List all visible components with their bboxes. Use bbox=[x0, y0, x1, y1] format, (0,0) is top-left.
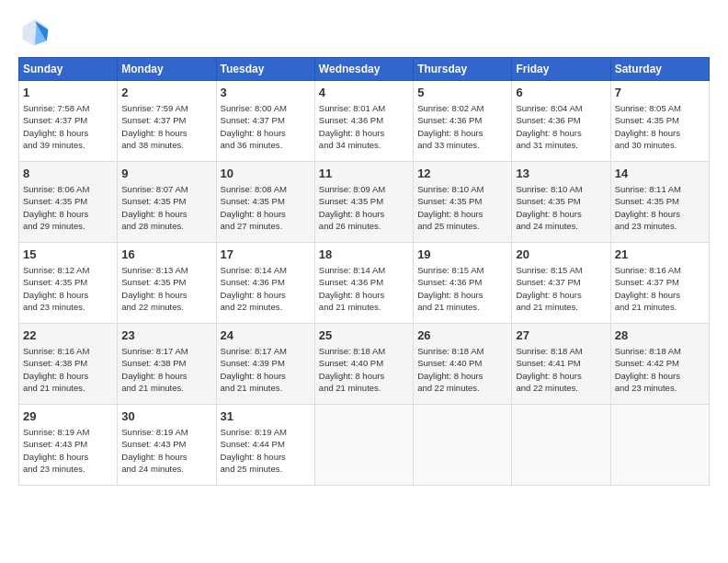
day-info-line: Daylight: 8 hours bbox=[221, 289, 311, 301]
week-row-5: 29Sunrise: 8:19 AMSunset: 4:43 PMDayligh… bbox=[19, 405, 710, 486]
day-cell: 16Sunrise: 8:13 AMSunset: 4:35 PMDayligh… bbox=[118, 243, 216, 324]
day-cell: 6Sunrise: 8:04 AMSunset: 4:36 PMDaylight… bbox=[512, 81, 610, 162]
day-number: 21 bbox=[615, 247, 705, 263]
day-info-line: Sunrise: 8:14 AM bbox=[221, 264, 311, 276]
day-info-line: Daylight: 8 hours bbox=[417, 127, 507, 139]
day-number: 29 bbox=[23, 408, 113, 425]
day-info-line: and 21 minutes. bbox=[516, 301, 606, 313]
day-info-line: and 22 minutes. bbox=[221, 301, 311, 313]
day-info-line: Sunset: 4:42 PM bbox=[615, 357, 705, 369]
day-number: 25 bbox=[319, 327, 409, 344]
day-cell: 17Sunrise: 8:14 AMSunset: 4:36 PMDayligh… bbox=[216, 243, 314, 324]
day-info-line: Sunrise: 8:15 AM bbox=[417, 264, 507, 276]
day-info-line: Sunset: 4:35 PM bbox=[121, 195, 211, 207]
day-number: 16 bbox=[121, 247, 211, 263]
day-info-line: Sunset: 4:39 PM bbox=[221, 357, 311, 369]
day-info-line: Daylight: 8 hours bbox=[23, 451, 113, 463]
day-info-line: Sunset: 4:35 PM bbox=[615, 114, 705, 126]
day-info-line: Sunrise: 8:17 AM bbox=[221, 345, 311, 357]
day-cell: 1Sunrise: 7:58 AMSunset: 4:37 PMDaylight… bbox=[19, 81, 118, 162]
day-info-line: and 33 minutes. bbox=[417, 139, 507, 151]
day-number: 2 bbox=[121, 85, 211, 101]
header-row: SundayMondayTuesdayWednesdayThursdayFrid… bbox=[19, 58, 710, 81]
day-info-line: Sunrise: 7:59 AM bbox=[121, 102, 211, 114]
day-info-line: Sunset: 4:41 PM bbox=[516, 357, 606, 369]
day-info-line: and 21 minutes. bbox=[417, 301, 507, 313]
day-info-line: Sunrise: 8:18 AM bbox=[417, 345, 507, 357]
day-info-line: Daylight: 8 hours bbox=[319, 127, 409, 139]
day-number: 6 bbox=[516, 85, 606, 101]
day-info-line: Daylight: 8 hours bbox=[516, 370, 606, 382]
day-info-line: Daylight: 8 hours bbox=[121, 451, 211, 463]
day-info-line: Sunset: 4:37 PM bbox=[221, 114, 311, 126]
day-number: 26 bbox=[417, 327, 507, 344]
day-info-line: Sunrise: 8:07 AM bbox=[121, 183, 211, 195]
day-info-line: Sunrise: 8:17 AM bbox=[121, 345, 211, 357]
day-info-line: Sunset: 4:43 PM bbox=[121, 438, 211, 450]
day-number: 9 bbox=[121, 166, 211, 182]
day-cell: 5Sunrise: 8:02 AMSunset: 4:36 PMDaylight… bbox=[414, 81, 512, 162]
day-number: 4 bbox=[319, 85, 409, 101]
day-info-line: Sunset: 4:35 PM bbox=[417, 195, 507, 207]
header-cell-sunday: Sunday bbox=[19, 58, 118, 81]
day-info-line: Sunset: 4:38 PM bbox=[121, 357, 211, 369]
day-info-line: Sunset: 4:40 PM bbox=[319, 357, 409, 369]
header-cell-monday: Monday bbox=[118, 58, 216, 81]
day-info-line: and 25 minutes. bbox=[221, 463, 311, 475]
day-info-line: and 39 minutes. bbox=[23, 139, 113, 151]
day-number: 30 bbox=[121, 408, 211, 425]
day-number: 17 bbox=[221, 247, 311, 263]
day-info-line: Sunrise: 8:19 AM bbox=[23, 426, 113, 438]
day-cell: 27Sunrise: 8:18 AMSunset: 4:41 PMDayligh… bbox=[512, 324, 610, 405]
day-number: 12 bbox=[417, 166, 507, 182]
day-cell: 15Sunrise: 8:12 AMSunset: 4:35 PMDayligh… bbox=[19, 243, 118, 324]
day-info-line: and 34 minutes. bbox=[319, 139, 409, 151]
day-info-line: and 38 minutes. bbox=[121, 139, 211, 151]
day-info-line: Sunrise: 8:18 AM bbox=[319, 345, 409, 357]
day-info-line: Daylight: 8 hours bbox=[221, 208, 311, 220]
day-number: 18 bbox=[319, 247, 409, 263]
day-info-line: Sunset: 4:36 PM bbox=[319, 114, 409, 126]
day-info-line: and 21 minutes. bbox=[615, 301, 705, 313]
day-info-line: Sunset: 4:37 PM bbox=[121, 114, 211, 126]
day-number: 23 bbox=[121, 327, 211, 344]
day-info-line: and 28 minutes. bbox=[121, 220, 211, 232]
day-cell: 29Sunrise: 8:19 AMSunset: 4:43 PMDayligh… bbox=[19, 405, 118, 486]
day-cell: 7Sunrise: 8:05 AMSunset: 4:35 PMDaylight… bbox=[610, 81, 709, 162]
day-info-line: and 22 minutes. bbox=[121, 301, 211, 313]
day-info-line: Sunset: 4:37 PM bbox=[615, 276, 705, 288]
day-cell: 23Sunrise: 8:17 AMSunset: 4:38 PMDayligh… bbox=[118, 324, 216, 405]
day-info-line: Sunrise: 8:10 AM bbox=[417, 183, 507, 195]
day-info-line: and 21 minutes. bbox=[319, 382, 409, 394]
day-info-line: Sunset: 4:37 PM bbox=[516, 276, 606, 288]
day-info-line: Sunset: 4:38 PM bbox=[23, 357, 113, 369]
week-row-2: 8Sunrise: 8:06 AMSunset: 4:35 PMDaylight… bbox=[19, 162, 710, 243]
day-info-line: and 24 minutes. bbox=[121, 463, 211, 475]
day-cell: 22Sunrise: 8:16 AMSunset: 4:38 PMDayligh… bbox=[19, 324, 118, 405]
day-number: 22 bbox=[23, 327, 113, 344]
day-info-line: Daylight: 8 hours bbox=[121, 289, 211, 301]
day-info-line: Sunset: 4:36 PM bbox=[319, 276, 409, 288]
day-cell bbox=[610, 405, 709, 486]
day-info-line: Sunrise: 8:18 AM bbox=[615, 345, 705, 357]
day-info-line: Daylight: 8 hours bbox=[319, 289, 409, 301]
day-info-line: Sunrise: 7:58 AM bbox=[23, 102, 113, 114]
day-info-line: Sunset: 4:35 PM bbox=[23, 276, 113, 288]
day-cell: 11Sunrise: 8:09 AMSunset: 4:35 PMDayligh… bbox=[314, 162, 413, 243]
day-info-line: Sunrise: 8:00 AM bbox=[221, 102, 311, 114]
day-number: 7 bbox=[615, 85, 705, 101]
day-cell bbox=[314, 405, 413, 486]
day-info-line: Sunset: 4:35 PM bbox=[121, 276, 211, 288]
day-number: 5 bbox=[417, 85, 507, 101]
day-info-line: Sunset: 4:35 PM bbox=[516, 195, 606, 207]
day-number: 27 bbox=[516, 327, 606, 344]
day-cell: 21Sunrise: 8:16 AMSunset: 4:37 PMDayligh… bbox=[610, 243, 709, 324]
day-info-line: and 21 minutes. bbox=[23, 382, 113, 394]
day-cell bbox=[414, 405, 512, 486]
day-cell: 12Sunrise: 8:10 AMSunset: 4:35 PMDayligh… bbox=[414, 162, 512, 243]
day-info-line: Daylight: 8 hours bbox=[516, 208, 606, 220]
day-info-line: Sunrise: 8:11 AM bbox=[615, 183, 705, 195]
day-number: 13 bbox=[516, 166, 606, 182]
day-info-line: Sunset: 4:35 PM bbox=[615, 195, 705, 207]
day-info-line: Daylight: 8 hours bbox=[23, 289, 113, 301]
